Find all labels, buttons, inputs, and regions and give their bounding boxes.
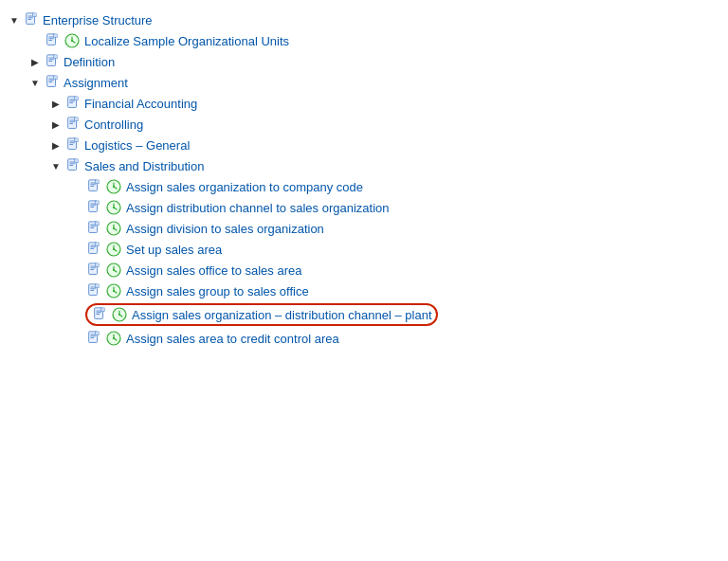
- svg-rect-41: [69, 141, 74, 142]
- clock-icon: [105, 199, 122, 216]
- svg-rect-85: [90, 248, 94, 249]
- svg-rect-24: [48, 80, 53, 81]
- svg-rect-113: [96, 311, 100, 312]
- svg-point-121: [118, 314, 120, 316]
- tree-node-label[interactable]: Assign sales organization – distribution…: [132, 308, 432, 322]
- tree-node-label[interactable]: Localize Sample Organizational Units: [84, 34, 289, 48]
- tree-node-label[interactable]: Assign sales group to sales office: [126, 284, 309, 299]
- svg-rect-74: [90, 226, 95, 226]
- svg-rect-8: [48, 38, 53, 39]
- svg-rect-11: [54, 34, 58, 38]
- svg-rect-125: [90, 337, 94, 338]
- expand-icon[interactable]: ▶: [49, 138, 63, 152]
- tree-node-label[interactable]: Controlling: [84, 118, 143, 132]
- collapse-icon[interactable]: ▼: [28, 76, 42, 89]
- tree-node-label[interactable]: Assign sales area to credit control area: [126, 332, 339, 346]
- svg-rect-29: [69, 100, 74, 100]
- doc-icon: [64, 95, 82, 112]
- tree-node-label[interactable]: Set up sales area: [126, 243, 222, 257]
- svg-rect-104: [90, 288, 95, 289]
- collapse-icon[interactable]: ▼: [49, 159, 63, 172]
- tree-node: Assign sales organization – distribution…: [8, 301, 720, 328]
- doc-icon: [85, 330, 102, 347]
- svg-rect-5: [33, 13, 37, 17]
- svg-rect-124: [90, 335, 95, 336]
- doc-icon: [64, 136, 82, 154]
- svg-rect-65: [90, 207, 94, 208]
- tree-node-label[interactable]: Assign division to sales organization: [126, 222, 324, 236]
- collapse-icon[interactable]: ▼: [8, 13, 21, 27]
- tree-node: Assign sales group to sales office: [8, 280, 720, 301]
- tree-node: ▼ Enterprise Structure: [8, 9, 720, 30]
- svg-rect-77: [96, 222, 100, 226]
- svg-rect-43: [69, 144, 73, 145]
- svg-rect-37: [69, 123, 73, 124]
- doc-icon: [64, 116, 82, 133]
- tree-node: Assign division to sales organization: [8, 218, 720, 239]
- svg-rect-75: [90, 227, 94, 228]
- tree-node: ▼ Sales and Distribution: [8, 155, 720, 176]
- svg-rect-115: [96, 314, 100, 315]
- svg-rect-54: [90, 184, 95, 185]
- doc-icon: [44, 74, 61, 91]
- clock-icon: [105, 241, 122, 258]
- tree-node-label[interactable]: Enterprise Structure: [43, 13, 153, 27]
- expand-icon[interactable]: ▶: [49, 97, 63, 110]
- svg-rect-57: [96, 180, 100, 184]
- svg-rect-19: [48, 61, 52, 62]
- svg-rect-45: [75, 138, 79, 142]
- svg-point-91: [113, 248, 115, 250]
- tree-node-label[interactable]: Sales and Distribution: [84, 159, 204, 173]
- doc-icon: [85, 262, 102, 279]
- tree-node: ▶ Controlling: [8, 114, 720, 135]
- svg-rect-7: [48, 37, 53, 38]
- svg-rect-36: [69, 121, 74, 122]
- tree-node: Assign sales organization to company cod…: [8, 176, 720, 197]
- svg-rect-51: [75, 159, 79, 163]
- tree-node-label[interactable]: Logistics – General: [84, 138, 190, 153]
- svg-rect-127: [96, 332, 100, 335]
- doc-icon: [85, 178, 102, 195]
- svg-rect-47: [69, 162, 74, 163]
- svg-rect-42: [69, 142, 74, 143]
- doc-icon: [23, 11, 40, 28]
- svg-rect-114: [96, 312, 100, 313]
- tree-node: ▶ Logistics – General: [8, 135, 720, 155]
- svg-point-101: [113, 269, 115, 271]
- svg-rect-97: [96, 263, 100, 267]
- doc-icon: [85, 241, 102, 258]
- tree-node-label[interactable]: Definition: [64, 55, 115, 69]
- svg-rect-1: [27, 16, 32, 17]
- doc-icon: [44, 53, 61, 70]
- svg-rect-83: [90, 245, 95, 246]
- tree-node-label[interactable]: Financial Accounting: [84, 97, 197, 111]
- expand-icon[interactable]: ▶: [28, 55, 42, 68]
- tree-node-label[interactable]: Assign sales organization to company cod…: [126, 180, 363, 194]
- svg-rect-17: [48, 58, 53, 59]
- tree-node-label[interactable]: Assignment: [64, 76, 128, 90]
- tree-node-label[interactable]: Assign sales office to sales area: [126, 263, 301, 278]
- svg-rect-95: [90, 269, 94, 270]
- svg-point-61: [113, 186, 115, 188]
- expand-icon[interactable]: ▶: [49, 118, 63, 131]
- svg-rect-84: [90, 246, 95, 247]
- svg-rect-33: [75, 97, 79, 100]
- doc-icon: [85, 199, 102, 216]
- clock-icon: [105, 262, 122, 279]
- svg-rect-35: [69, 120, 74, 121]
- clock-icon: [105, 330, 122, 347]
- svg-rect-27: [54, 76, 58, 80]
- doc-icon: [44, 32, 61, 49]
- svg-rect-3: [27, 19, 31, 20]
- svg-rect-49: [69, 165, 73, 166]
- tree-node: Set up sales area: [8, 239, 720, 260]
- tree-node: Assign sales area to credit control area: [8, 328, 720, 349]
- tree-node: Assign distribution channel to sales org…: [8, 197, 720, 218]
- svg-point-71: [113, 207, 115, 208]
- svg-rect-63: [90, 204, 95, 205]
- tree-node: ▶ Financial Accounting: [8, 93, 720, 114]
- svg-rect-107: [96, 284, 100, 288]
- tree-node-label[interactable]: Assign distribution channel to sales org…: [126, 201, 390, 215]
- svg-rect-64: [90, 205, 95, 206]
- svg-rect-53: [90, 183, 95, 184]
